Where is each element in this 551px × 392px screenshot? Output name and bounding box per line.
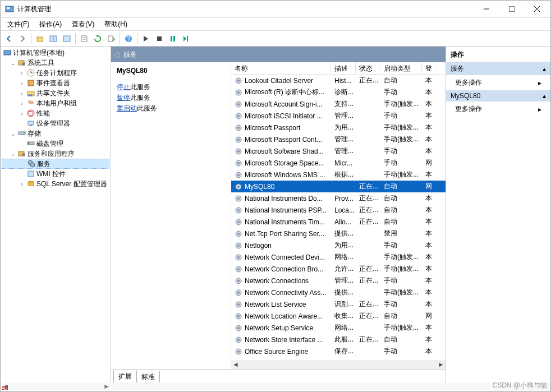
menu-file[interactable]: 文件(F) [3, 19, 34, 30]
tree-performance[interactable]: ›性能 [2, 108, 109, 118]
svg-rect-16 [157, 36, 162, 41]
filter-button[interactable] [61, 33, 73, 45]
svg-rect-19 [187, 36, 188, 41]
selected-service-name: MySQL80 [117, 67, 225, 75]
prop-button[interactable] [78, 33, 90, 45]
service-row[interactable]: Microsoft (R) 诊断中心标...诊断...手动本 [231, 86, 446, 98]
service-row[interactable]: Microsoft Passport Cont...管理...手动(触发...本 [231, 133, 446, 145]
service-row[interactable]: Microsoft Storage Space...Micr...手动网 [231, 157, 446, 169]
svg-point-61 [237, 150, 240, 153]
help-button[interactable]: ? [122, 33, 135, 45]
menu-help[interactable]: 帮助(H) [100, 19, 132, 30]
svg-point-63 [237, 162, 240, 164]
menu-action[interactable]: 操作(A) [35, 19, 66, 30]
svg-rect-17 [171, 36, 172, 41]
tree-system-tools[interactable]: ⌄系统工具 [2, 58, 109, 68]
tree-device-manager[interactable]: 设备管理器 [2, 118, 109, 128]
service-row[interactable]: Microsoft Account Sign-i...支持...手动(触发...… [231, 98, 446, 110]
action-section-mysql[interactable]: MySQL80▴ [446, 90, 550, 102]
tab-extended[interactable]: 扩展 [113, 370, 137, 383]
service-row[interactable]: Network Store Interface ...此服...正在...自动本 [231, 334, 446, 345]
svg-rect-6 [37, 37, 43, 41]
maximize-button[interactable] [499, 1, 524, 17]
svg-point-73 [237, 221, 240, 223]
chevron-right-icon: ▸ [538, 79, 541, 87]
svg-point-59 [237, 139, 240, 141]
restart-button[interactable] [180, 33, 192, 45]
service-row[interactable]: Lookout Citadel ServerHist...正在...自动本 [231, 75, 446, 86]
back-button[interactable] [3, 33, 15, 45]
collapse-icon: ▴ [543, 92, 546, 100]
svg-point-75 [237, 233, 240, 235]
tree-disk-mgmt[interactable]: 磁盘管理 [2, 139, 109, 149]
col-logon[interactable]: 登 [422, 62, 435, 74]
tree-task-scheduler[interactable]: ›任务计划程序 [2, 68, 109, 78]
col-desc[interactable]: 描述 [331, 62, 356, 74]
svg-point-91 [237, 327, 240, 329]
tree-shared-folders[interactable]: ›共享文件夹 [2, 88, 109, 98]
col-status[interactable]: 状态 [356, 62, 380, 74]
service-row[interactable]: Network Location Aware...收集...正在...自动网 [231, 310, 446, 322]
svg-point-89 [237, 315, 240, 317]
action-more-2[interactable]: 更多操作▸ [446, 102, 550, 117]
service-row[interactable]: National Instruments PSP...Loca...正在...自… [231, 204, 446, 216]
service-row[interactable]: Microsoft Windows SMS ...根据...手动(触发...本 [231, 169, 446, 181]
detail-pane: ◌ 服务 MySQL80 停止此服务 暂停此服务 重启动此服务 名称 描述 状态… [111, 47, 446, 382]
forward-button[interactable] [16, 33, 29, 45]
tab-standard[interactable]: 标准 [136, 371, 160, 384]
service-row[interactable]: Microsoft Software Shad...管理...手动本 [231, 145, 446, 157]
tree-services[interactable]: 服务 [2, 159, 109, 169]
pause-button[interactable] [167, 33, 179, 45]
service-row[interactable]: National Instruments Do...Prov...正在...自动… [231, 192, 446, 204]
tree-root[interactable]: 计算机管理(本地) [2, 48, 109, 58]
service-row[interactable]: Network Setup Service网络...手动(触发...本 [231, 322, 446, 334]
show-button[interactable] [47, 33, 59, 45]
chevron-right-icon: ▸ [538, 105, 541, 113]
service-row[interactable]: Network Connections管理...正在...手动本 [231, 275, 446, 287]
svg-point-28 [28, 94, 30, 96]
minimize-button[interactable] [474, 1, 499, 17]
stop-button[interactable] [153, 33, 166, 45]
svg-rect-18 [173, 36, 175, 41]
action-more-1[interactable]: 更多操作▸ [446, 75, 550, 90]
service-row[interactable]: Microsoft Passport为用...手动(触发...本 [231, 122, 446, 133]
service-row[interactable]: National Instruments Tim...Allo...正在...自… [231, 216, 446, 228]
tree-wmi[interactable]: WMI 控件 [2, 169, 109, 179]
tree-services-apps[interactable]: ⌄服务和应用程序 [2, 149, 109, 159]
refresh-button[interactable] [91, 33, 104, 45]
stop-link[interactable]: 停止 [117, 83, 130, 91]
pause-link[interactable]: 暂停 [117, 94, 130, 102]
action-section-services[interactable]: 服务▴ [446, 62, 550, 75]
up-button[interactable] [34, 33, 46, 45]
service-list: 名称 描述 状态 启动类型 登 Lookout Citadel ServerHi… [231, 62, 446, 369]
navigation-tree[interactable]: 计算机管理(本地) ⌄系统工具 ›任务计划程序 ›事件查看器 ›共享文件夹 ›本… [1, 47, 111, 382]
export-button[interactable] [105, 33, 117, 45]
col-startup[interactable]: 启动类型 [380, 62, 422, 74]
service-row[interactable]: Net.Tcp Port Sharing Ser...提供...禁用本 [231, 228, 446, 239]
list-rows[interactable]: Lookout Citadel ServerHist...正在...自动本Mic… [231, 75, 446, 360]
service-row[interactable]: Network Connection Bro...允许...正在...手动(触发… [231, 263, 446, 275]
svg-rect-45 [28, 171, 34, 177]
list-header[interactable]: 名称 描述 状态 启动类型 登 [231, 62, 446, 75]
col-name[interactable]: 名称 [231, 62, 331, 74]
service-row[interactable]: Microsoft iSCSI Initiator ...管理...手动本 [231, 110, 446, 122]
service-row[interactable]: Network Connected Devi...网络...手动(触发...本 [231, 251, 446, 263]
menu-view[interactable]: 查看(V) [67, 19, 99, 30]
service-row[interactable]: Network List Service识别...正在...手动本 [231, 298, 446, 310]
close-button[interactable] [524, 1, 549, 17]
window-title: 计算机管理 [17, 4, 474, 14]
tree-sql[interactable]: ›SQL Server 配置管理器 [2, 179, 109, 189]
tree-event-viewer[interactable]: ›事件查看器 [2, 78, 109, 88]
h-scrollbar[interactable]: ◄► [231, 360, 446, 369]
service-row[interactable]: MySQL80正在...自动网 [231, 181, 446, 192]
service-row[interactable]: Office Source Engine保存...手动本 [231, 345, 446, 357]
restart-link[interactable]: 重启动 [117, 104, 137, 112]
tree-storage[interactable]: ⌄存储 [2, 128, 109, 139]
tree-local-users[interactable]: ›本地用户和组 [2, 98, 109, 108]
service-row[interactable]: Netlogon为用...手动本 [231, 239, 446, 251]
svg-point-67 [237, 186, 240, 188]
play-button[interactable] [140, 33, 152, 45]
svg-rect-20 [4, 50, 11, 55]
status-bar: ◄► [1, 382, 550, 391]
service-row[interactable]: Network Connectivity Ass...提供...手动(触发...… [231, 287, 446, 298]
